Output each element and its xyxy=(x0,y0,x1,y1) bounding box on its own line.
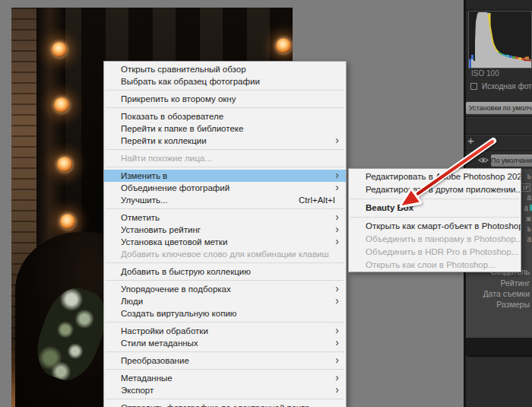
panel-divider xyxy=(466,134,532,135)
chevron-right-icon: › xyxy=(335,355,339,366)
menu-separator xyxy=(350,217,519,218)
menu-item-go-to-collection[interactable]: Перейти к коллекции› xyxy=(104,135,346,147)
photo-light-bulb xyxy=(54,97,69,113)
panel-divider xyxy=(466,116,532,117)
edit-in-submenu: Редактировать в Adobe Photoshop 2023... … xyxy=(348,168,521,272)
menu-item-label: Отметить xyxy=(121,213,160,222)
menu-item-label: Редактировать в Adobe Photoshop 2023... xyxy=(366,172,521,181)
submenu-item-open-as-smart-object[interactable]: Открыть как смарт-объект в Photoshop... xyxy=(349,220,521,233)
menu-item-label: Объединить в HDR Pro в Photoshop... xyxy=(366,247,518,256)
original-photo-checkbox[interactable] xyxy=(470,83,477,90)
menu-item-label: Открыть как слои в Photoshop... xyxy=(366,260,496,269)
menu-item-label: Люди xyxy=(121,297,143,306)
chevron-right-icon: › xyxy=(335,211,339,223)
submenu-item-merge-to-hdr-pro: Объединить в HDR Pro в Photoshop... xyxy=(349,246,521,259)
menu-item-edit-in[interactable]: Изменить в› xyxy=(104,170,346,182)
menu-item-metadata-presets[interactable]: Стили метаданных› xyxy=(104,337,346,349)
preset-dropdown[interactable]: По умолчанию xyxy=(491,154,532,167)
menu-item-label: Объединить в панораму в Photoshop... xyxy=(366,234,521,243)
menu-item-transform[interactable]: Преобразование› xyxy=(104,355,346,367)
chevron-right-icon: › xyxy=(335,182,339,193)
menu-item-set-flag[interactable]: Отметить› xyxy=(104,211,346,224)
add-preset-icon[interactable]: + xyxy=(467,135,474,146)
menu-item-label: Изменить в xyxy=(121,171,167,180)
eye-icon[interactable] xyxy=(478,156,489,164)
panel-bottom xyxy=(466,357,532,407)
menu-item-find-similar-faces: Найти похожие лица... xyxy=(104,152,346,164)
clipped-label-fragment: ь xyxy=(527,172,531,180)
menu-item-email-photo[interactable]: Отправить фотографию по электронной почт… xyxy=(104,402,346,407)
metadata-label-dimensions: Размеры xyxy=(496,300,530,309)
menu-item-create-virtual-copy[interactable]: Создать виртуальную копию xyxy=(104,307,346,320)
original-photo-label: Исходная фотография xyxy=(482,82,532,91)
menu-item-label: Открыть как смарт-объект в Photoshop... xyxy=(366,221,521,231)
submenu-item-edit-in-other-application[interactable]: Редактировать в другом приложении... xyxy=(349,183,521,196)
menu-item-enhance[interactable]: Ctrl+Alt+IУлучшить... xyxy=(104,194,346,206)
menu-item-label: Редактировать в другом приложении... xyxy=(366,185,521,194)
menu-item-set-rating[interactable]: Установить рейтинг› xyxy=(104,224,346,236)
chevron-right-icon: › xyxy=(335,337,339,348)
menu-item-export[interactable]: Экспорт› xyxy=(104,384,346,396)
default-settings-bar[interactable]: Установки по умолчанию xyxy=(466,102,532,114)
menu-item-develop-settings[interactable]: Настройки обработки› xyxy=(104,325,346,337)
menu-item-add-shortcut-keyword: Добавить ключевое слово для комбинации к… xyxy=(104,248,346,260)
photo-light-bulb xyxy=(276,38,291,53)
menu-separator xyxy=(106,369,344,370)
menu-item-label: Преобразование xyxy=(121,356,189,365)
menu-item-label: Добавить ключевое слово для комбинации к… xyxy=(121,250,329,259)
menu-item-label: Прикрепить ко второму окну xyxy=(121,94,236,103)
menu-item-show-in-explorer[interactable]: Показать в обозревателе xyxy=(104,110,346,122)
menu-item-photo-merge[interactable]: Объединение фотографий› xyxy=(104,182,346,194)
menu-item-set-as-target-photo[interactable]: Выбрать как образец фотографии xyxy=(104,75,346,87)
menu-item-open-compare-view[interactable]: Открыть сравнительный обзор xyxy=(104,63,346,75)
histogram-chart xyxy=(469,11,531,68)
menu-item-label: Объединение фотографий xyxy=(121,183,230,192)
submenu-item-edit-in-photoshop-2023[interactable]: Редактировать в Adobe Photoshop 2023... xyxy=(349,170,521,183)
chevron-right-icon: › xyxy=(335,135,339,146)
menu-item-people[interactable]: Люди› xyxy=(104,295,346,307)
clipped-label-fragment: ж xyxy=(526,215,531,223)
menu-item-label: Перейти к коллекции xyxy=(121,136,207,145)
original-photo-row[interactable]: Исходная фотография xyxy=(470,82,532,91)
menu-item-label: Установка цветовой метки xyxy=(121,237,227,246)
photo-light-bulb xyxy=(60,214,75,229)
clipped-badge-fragment: 1F xyxy=(521,183,530,192)
menu-item-lock-to-second-window[interactable]: Прикрепить ко второму окну xyxy=(104,93,346,105)
menu-item-label: Показать в обозревателе xyxy=(121,112,223,121)
chevron-right-icon: › xyxy=(335,325,339,336)
clipped-label-fragment: а xyxy=(527,235,531,243)
menu-item-add-to-quick-collection[interactable]: Добавить в быструю коллекцию xyxy=(104,266,346,278)
menu-separator xyxy=(106,90,344,91)
submenu-item-beauty-box[interactable]: Beauty Box xyxy=(349,202,521,215)
menu-item-label: Экспорт xyxy=(121,386,154,395)
panel-top-strip xyxy=(466,0,532,11)
chevron-right-icon: › xyxy=(335,236,339,247)
menu-item-label: Beauty Box xyxy=(366,203,413,212)
metadata-label-rating: Рейтинг xyxy=(500,278,530,288)
menu-item-label: Найти похожие лица... xyxy=(121,154,212,163)
menu-item-label: Метаданные xyxy=(121,374,173,383)
menu-separator xyxy=(106,322,344,323)
chevron-right-icon: › xyxy=(335,295,339,307)
chevron-right-icon: › xyxy=(335,224,339,235)
menu-item-label: Стили метаданных xyxy=(121,339,198,348)
photo-light-bulb xyxy=(57,157,72,172)
panel-gap xyxy=(466,338,532,355)
chevron-right-icon: › xyxy=(335,372,339,383)
menu-item-label: Отправить фотографию по электронной почт… xyxy=(121,403,317,407)
menu-item-metadata[interactable]: Метаданные› xyxy=(104,372,346,384)
menu-separator xyxy=(106,280,344,281)
photo-light-bulb xyxy=(52,42,67,57)
menu-item-set-color-label[interactable]: Установка цветовой метки› xyxy=(104,236,346,248)
lightroom-screenshot: ISO 100 Исходная фотография Установки по… xyxy=(0,0,532,407)
menu-item-stacking[interactable]: Упорядочение в подборках› xyxy=(104,283,346,295)
menu-separator xyxy=(106,149,344,150)
menu-separator xyxy=(106,208,344,209)
clipped-label-fragment: ь xyxy=(527,224,531,233)
menu-separator xyxy=(106,167,344,167)
menu-separator xyxy=(350,199,519,199)
menu-item-go-to-folder-in-library[interactable]: Перейти к папке в библиотеке xyxy=(104,122,346,135)
chevron-right-icon: › xyxy=(335,283,339,294)
metadata-label-capture-date: Дата съемки xyxy=(483,289,530,298)
menu-item-label: Установить рейтинг xyxy=(121,225,201,234)
